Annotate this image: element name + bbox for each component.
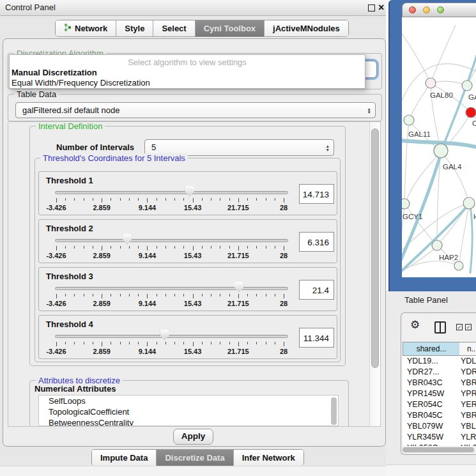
slider-tick	[65, 246, 66, 249]
checkbox-icon[interactable]: ✓	[465, 324, 472, 330]
attributes-list-scrollbar[interactable]	[331, 397, 337, 425]
slider-thumb[interactable]	[185, 186, 194, 197]
popup-option[interactable]: Manual Discretization	[10, 68, 365, 78]
network-node[interactable]	[454, 261, 463, 270]
split-columns-icon[interactable]	[434, 321, 446, 334]
float-window-icon[interactable]	[368, 4, 375, 12]
table-row[interactable]: YBR043CYBR0	[403, 378, 476, 388]
slider-tick	[84, 342, 84, 344]
slider-track[interactable]	[55, 287, 288, 290]
slider-scale-label: 9.144	[139, 252, 157, 259]
scrollbar-thumb[interactable]	[371, 128, 379, 368]
combobox-stepper-icon: ▲▼	[367, 107, 371, 114]
cell-shared-name: YBR043C	[407, 378, 443, 388]
slider-tick	[193, 246, 194, 250]
table-horizontal-scrollbar[interactable]	[403, 447, 474, 452]
slider-track[interactable]	[55, 335, 288, 338]
top-tab-bar: NetworkStyleSelectCyni ToolboxjActiveMNo…	[55, 20, 349, 37]
table-row[interactable]: YER054CYER0	[403, 399, 476, 410]
slider-tick	[202, 294, 203, 296]
network-node-gal80[interactable]	[426, 78, 436, 88]
slider-scale-label: 9.144	[139, 204, 157, 211]
slider-thumb[interactable]	[234, 282, 243, 293]
tab-select[interactable]: Select	[153, 20, 194, 36]
table-row[interactable]: YIL052CYIL0	[403, 443, 476, 446]
close-traffic-light-icon[interactable]	[409, 6, 416, 13]
close-panel-icon[interactable]: ×	[378, 1, 384, 15]
slider-scale-label: 15.43	[184, 348, 202, 355]
slider-thumb[interactable]	[123, 234, 132, 245]
slider-tick	[111, 246, 111, 249]
slider-tick	[211, 342, 211, 344]
slider-tick	[247, 198, 248, 201]
slider-tick	[93, 294, 93, 296]
slider-tick	[211, 246, 211, 249]
popup-option[interactable]: Equal Width/Frequency Discretization	[10, 78, 365, 88]
network-edge	[402, 247, 437, 274]
tab-cyni-toolbox[interactable]: Cyni Toolbox	[195, 20, 264, 36]
control-panel-titlebar	[0, 0, 386, 16]
network-canvas[interactable]: GAL80GAGAL11CGAL4GCY1HHAP2	[402, 17, 476, 277]
cell-name: YBR0	[461, 410, 476, 421]
network-node-gal11[interactable]	[404, 115, 414, 125]
network-window-titlebar[interactable]	[402, 3, 476, 17]
slider-tick	[202, 198, 203, 201]
tab-impute-data[interactable]: Impute Data	[92, 450, 156, 466]
attribute-list-item[interactable]: TopologicalCoefficient	[39, 406, 338, 417]
slider-track[interactable]	[55, 239, 288, 242]
attribute-list-item[interactable]: SelfLoops	[39, 395, 338, 406]
slider-track[interactable]	[55, 191, 288, 194]
table-row[interactable]: YBR045CYBR0	[403, 410, 476, 421]
thresholds-group-title: Threshold's Coordinates for 5 Intervals	[40, 153, 188, 163]
slider-scale-label: 9.144	[139, 348, 157, 355]
cell-name: YIL0	[461, 443, 476, 446]
table-row[interactable]: YDR27...YDR2	[403, 367, 476, 378]
slider-tick	[220, 198, 220, 201]
checkbox-icon[interactable]: ✓	[456, 324, 463, 330]
tab-style[interactable]: Style	[116, 20, 153, 36]
attribute-list-item[interactable]: BetweennessCentrality	[39, 417, 338, 426]
slider-tick	[102, 342, 102, 346]
slider-tick	[238, 294, 239, 298]
slider-tick	[65, 294, 66, 296]
network-node[interactable]	[466, 107, 476, 118]
table-row[interactable]: YDL19...YDL1	[403, 356, 476, 367]
gear-icon[interactable]: ⚙	[410, 318, 420, 332]
column-header-shared-name[interactable]: shared...	[403, 342, 460, 356]
tab-network[interactable]: Network	[56, 20, 116, 36]
cell-name: YLR3	[461, 432, 476, 443]
threshold-label: Threshold 2	[46, 224, 93, 233]
slider-thumb[interactable]	[160, 330, 169, 341]
network-node-h[interactable]	[463, 197, 475, 209]
network-edge	[431, 25, 456, 83]
slider-scale-label: 28	[280, 252, 288, 259]
network-node-gal4[interactable]	[434, 144, 448, 158]
table-data-combobox[interactable]: galFiltered.sif default node ▲▼	[15, 102, 376, 118]
numerical-attributes-label: Numerical Attributes	[35, 384, 116, 394]
slider-tick	[120, 198, 121, 201]
tab-infer-network[interactable]: Infer Network	[233, 450, 303, 466]
network-node-hap2[interactable]	[432, 240, 442, 250]
column-header-name[interactable]: n...	[459, 342, 476, 356]
panel-title: Control Panel	[5, 3, 56, 12]
slider-tick	[229, 342, 230, 344]
network-node[interactable]	[462, 81, 472, 91]
threshold-value-field[interactable]: 11.344	[299, 328, 334, 348]
node-label: H	[473, 213, 476, 220]
tab-discretize-data[interactable]: Discretize Data	[156, 450, 233, 466]
table-row[interactable]: YBL079WYBL0	[403, 421, 476, 432]
minimize-traffic-light-icon[interactable]	[423, 6, 430, 13]
network-node-gcy1[interactable]	[402, 199, 410, 209]
slider-tick	[74, 246, 75, 249]
zoom-traffic-light-icon[interactable]	[437, 6, 444, 13]
slider-tick	[193, 294, 194, 298]
network-view-window[interactable]: GAL80GAGAL11CGAL4GCY1HHAP2	[388, 0, 476, 291]
threshold-value-field[interactable]: 6.316	[299, 232, 334, 252]
table-row[interactable]: YPR145WYPR1	[403, 388, 476, 399]
tab-jactivemnodules[interactable]: jActiveMNodules	[264, 20, 348, 36]
table-row[interactable]: YLR345WYLR3	[403, 432, 476, 443]
threshold-value-field[interactable]: 14.713	[299, 184, 334, 204]
threshold-value-field[interactable]: 21.4	[299, 280, 334, 300]
numerical-attributes-list[interactable]: SelfLoopsTopologicalCoefficientBetweenne…	[38, 395, 339, 426]
apply-button[interactable]: Apply	[173, 429, 213, 445]
